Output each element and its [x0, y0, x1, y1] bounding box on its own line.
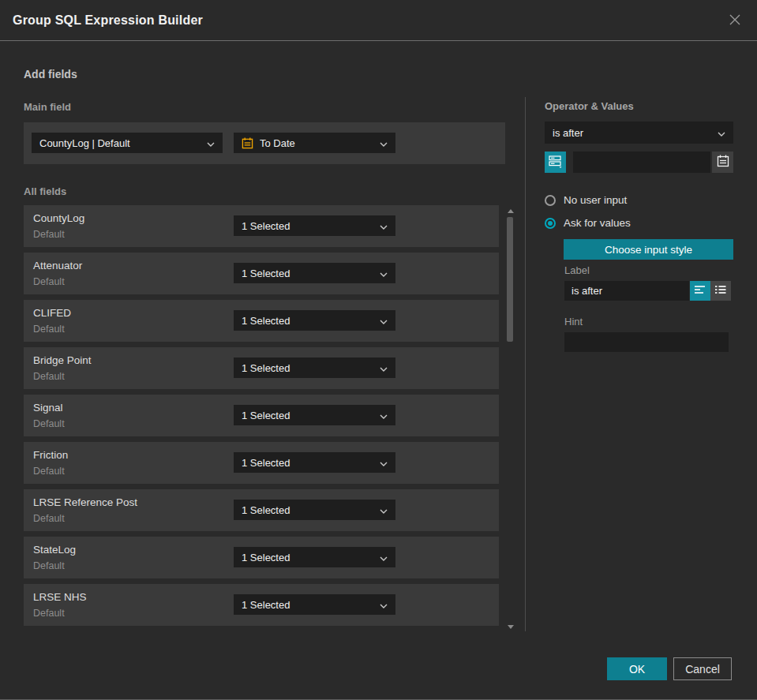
field-row-bridge-point: Bridge Point Default 1 Selected: [24, 347, 499, 389]
field-selected-dropdown[interactable]: 1 Selected: [234, 215, 395, 236]
field-name: Attenuator: [33, 260, 82, 271]
chevron-down-icon: [375, 410, 388, 421]
field-subtitle: Default: [33, 608, 65, 619]
field-selected-value: 1 Selected: [242, 362, 375, 374]
single-line-style-button[interactable]: [690, 281, 710, 301]
scrollbar-down-arrow-icon[interactable]: [508, 625, 514, 629]
stacked-inputs-icon: [549, 155, 563, 170]
radio-ask-for-values[interactable]: Ask for values: [545, 217, 631, 229]
scrollbar-thumb[interactable]: [507, 217, 513, 342]
date-mode-select[interactable]: To Date: [234, 133, 395, 153]
field-row-clifed: CLIFED Default 1 Selected: [24, 300, 499, 342]
field-selected-value: 1 Selected: [242, 410, 375, 421]
operator-select[interactable]: is after: [545, 122, 733, 144]
field-name: Bridge Point: [33, 354, 92, 366]
chevron-down-icon: [375, 362, 388, 374]
field-selected-value: 1 Selected: [242, 457, 375, 469]
field-row-signal: Signal Default 1 Selected: [24, 395, 499, 436]
calendar-icon: [717, 155, 729, 170]
field-selected-value: 1 Selected: [242, 599, 375, 611]
label-style-toggle: [690, 281, 731, 301]
field-name: StateLog: [33, 544, 76, 556]
field-selected-dropdown[interactable]: 1 Selected: [234, 405, 395, 425]
input-type-button[interactable]: [545, 152, 566, 173]
main-field-heading: Main field: [24, 101, 71, 113]
chevron-down-icon: [375, 137, 388, 149]
label-caption: Label: [564, 264, 590, 276]
all-fields-list: CountyLog Default 1 Selected Attenuator …: [24, 205, 499, 631]
chevron-down-icon: [375, 504, 388, 516]
field-row-friction: Friction Default 1 Selected: [24, 442, 499, 484]
chevron-down-icon: [375, 268, 388, 279]
field-selected-value: 1 Selected: [242, 504, 375, 516]
chevron-down-icon: [375, 599, 388, 611]
align-left-icon: [695, 285, 706, 297]
date-mode-select-value: To Date: [260, 137, 375, 149]
field-selected-value: 1 Selected: [242, 315, 375, 327]
field-subtitle: Default: [33, 560, 65, 571]
field-subtitle: Default: [33, 418, 65, 429]
field-name: LRSE Reference Post: [33, 496, 137, 508]
add-fields-heading: Add fields: [24, 68, 77, 80]
title-bar: Group SQL Expression Builder: [0, 0, 757, 41]
close-button[interactable]: [725, 11, 744, 30]
label-input[interactable]: [564, 281, 689, 301]
list-icon: [715, 285, 726, 297]
field-subtitle: Default: [33, 466, 65, 477]
field-name: LRSE NHS: [33, 591, 87, 603]
field-subtitle: Default: [33, 324, 65, 335]
chevron-down-icon: [375, 552, 388, 563]
vertical-divider: [525, 97, 526, 631]
field-name: CountyLog: [33, 212, 84, 224]
cancel-button[interactable]: Cancel: [673, 657, 732, 680]
fields-list-scrollbar[interactable]: [507, 207, 514, 631]
field-subtitle: Default: [33, 229, 65, 240]
field-selected-dropdown[interactable]: 1 Selected: [234, 594, 395, 615]
radio-label: No user input: [564, 194, 627, 206]
close-icon: [728, 13, 742, 29]
chevron-down-icon: [375, 220, 388, 232]
group-sql-expression-builder-dialog: Group SQL Expression Builder Add fields …: [0, 0, 757, 700]
hint-input[interactable]: [564, 332, 729, 352]
ok-button[interactable]: OK: [607, 657, 667, 680]
field-selected-value: 1 Selected: [242, 552, 375, 563]
field-name: Friction: [33, 449, 68, 461]
chevron-down-icon: [202, 137, 215, 149]
list-style-button[interactable]: [710, 281, 731, 301]
choose-input-style-button[interactable]: Choose input style: [564, 239, 733, 260]
field-name: CLIFED: [33, 307, 71, 319]
field-row-lrse-reference-post: LRSE Reference Post Default 1 Selected: [24, 489, 499, 531]
radio-circle-icon: [545, 195, 556, 206]
field-selected-dropdown[interactable]: 1 Selected: [234, 547, 395, 567]
hint-caption: Hint: [564, 316, 583, 328]
field-selected-dropdown[interactable]: 1 Selected: [234, 357, 395, 378]
field-name: Signal: [33, 402, 63, 414]
chevron-down-icon: [375, 315, 388, 327]
field-row-statelog: StateLog Default 1 Selected: [24, 537, 499, 578]
field-selected-dropdown[interactable]: 1 Selected: [234, 500, 395, 520]
field-subtitle: Default: [33, 371, 65, 382]
main-field-select[interactable]: CountyLog | Default: [32, 133, 223, 153]
field-row-countylog: CountyLog Default 1 Selected: [24, 205, 499, 247]
field-row-lrse-nhs: LRSE NHS Default 1 Selected: [24, 584, 499, 626]
field-selected-dropdown[interactable]: 1 Selected: [234, 452, 395, 473]
radio-label: Ask for values: [564, 217, 631, 229]
radio-no-user-input[interactable]: No user input: [545, 194, 627, 206]
operator-select-value: is after: [553, 127, 713, 139]
date-picker-button[interactable]: [712, 152, 733, 173]
chevron-down-icon: [375, 457, 388, 469]
main-field-select-value: CountyLog | Default: [39, 137, 202, 149]
dialog-title: Group SQL Expression Builder: [13, 13, 203, 28]
scrollbar-up-arrow-icon[interactable]: [508, 209, 514, 213]
operator-values-heading: Operator & Values: [545, 100, 634, 112]
all-fields-heading: All fields: [24, 185, 66, 197]
main-field-panel: CountyLog | Default To Date: [24, 122, 505, 164]
field-row-attenuator: Attenuator Default 1 Selected: [24, 253, 499, 294]
value-input[interactable]: [573, 152, 710, 173]
chevron-down-icon: [713, 127, 725, 139]
radio-circle-checked-icon: [545, 218, 556, 229]
field-selected-dropdown[interactable]: 1 Selected: [234, 310, 395, 331]
field-selected-dropdown[interactable]: 1 Selected: [234, 263, 395, 283]
field-selected-value: 1 Selected: [242, 268, 375, 279]
field-subtitle: Default: [33, 513, 65, 524]
